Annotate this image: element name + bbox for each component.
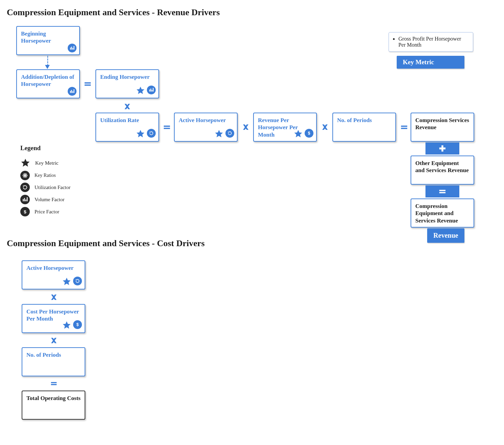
atom-icon <box>20 171 30 180</box>
multiply-icon <box>49 336 58 345</box>
box-ending-hp: Ending Horsepower <box>95 69 159 98</box>
box-beginning-hp: Beginning Horsepower <box>16 26 80 55</box>
legend-label: Key Ratios <box>35 173 56 178</box>
box-add-depl-hp: Addition/Depletion of Horsepower <box>16 69 80 98</box>
star-icon <box>20 158 30 168</box>
box-label: Beginning Horsepower <box>21 30 75 45</box>
refresh-circle-icon <box>20 183 30 192</box>
multiply-icon <box>241 123 250 132</box>
legend-title: Legend <box>20 144 41 152</box>
box-label: No. of Periods <box>26 351 81 358</box>
box-label: Total Operating Costs <box>26 395 81 402</box>
dollar-icon <box>73 320 82 329</box>
cost-title: Compression Equipment and Services - Cos… <box>7 238 205 249</box>
equals-icon <box>425 185 459 197</box>
callout-item: Gross Profit Per Horsepower Per Month <box>398 36 468 48</box>
equals-icon <box>49 380 58 387</box>
box-label: Active Horsepower <box>179 117 233 124</box>
box-label: Ending Horsepower <box>100 73 154 80</box>
box-label: Addition/Depletion of Horsepower <box>21 73 75 88</box>
box-periods: No. of Periods <box>332 113 396 142</box>
box-label: Active Horsepower <box>26 264 81 272</box>
legend-label: Utilization Factor <box>35 185 70 190</box>
box-total-rev: Compression Equipment and Services Reven… <box>411 198 474 228</box>
key-metric-pill: Key Metric <box>397 56 464 69</box>
multiply-icon <box>123 102 132 111</box>
dollar-icon <box>305 129 313 138</box>
bar-chart-icon <box>20 195 30 204</box>
box-c-cost-per-hp: Cost Per Horsepower Per Month <box>22 304 85 333</box>
box-other-rev: Other Equipment and Services Revenue <box>411 156 474 185</box>
star-icon <box>135 129 146 139</box>
legend-label: Key Metric <box>35 160 59 166</box>
box-label: Compression Equipment and Services Reven… <box>415 203 469 224</box>
star-icon <box>293 129 303 139</box>
plus-icon <box>425 142 459 155</box>
bar-chart-icon <box>147 86 156 94</box>
star-icon <box>62 277 72 287</box>
box-c-total: Total Operating Costs <box>22 391 85 420</box>
box-comp-serv-rev: Compression Services Revenue <box>411 113 474 142</box>
legend-key-metric: Key Metric <box>20 158 59 168</box>
box-util-rate: Utilization Rate <box>95 113 159 142</box>
box-label: No. of Periods <box>337 117 391 124</box>
legend-key-ratios: Key Ratios <box>20 171 56 180</box>
multiply-icon <box>321 123 329 132</box>
star-icon <box>62 320 72 330</box>
callout-key-metric: Gross Profit Per Horsepower Per Month <box>389 32 473 52</box>
legend-label: Volume Factor <box>35 197 64 203</box>
equals-icon <box>400 123 409 131</box>
revenue-title: Compression Equipment and Services - Rev… <box>7 7 220 18</box>
arrowhead-icon <box>45 65 50 69</box>
box-label: Other Equipment and Services Revenue <box>415 160 469 174</box>
equals-icon <box>83 80 92 88</box>
star-icon <box>135 86 146 96</box>
box-c-periods: No. of Periods <box>22 347 85 376</box>
box-c-active-hp: Active Horsepower <box>22 260 85 289</box>
legend-price-factor: Price Factor <box>20 207 59 216</box>
star-icon <box>214 129 224 139</box>
box-label: Compression Services Revenue <box>415 117 469 131</box>
arrow-down <box>47 56 48 66</box>
equals-icon <box>162 123 171 131</box>
revenue-pill: Revenue <box>427 228 464 243</box>
dollar-icon <box>20 207 30 216</box>
box-rev-per-hp: Revenue Per Horsepower Per Month <box>253 113 317 142</box>
multiply-icon <box>49 293 58 302</box>
bar-chart-icon <box>68 87 76 96</box>
bar-chart-icon <box>68 44 76 52</box>
refresh-circle-icon <box>73 277 82 285</box>
legend-vol-factor: Volume Factor <box>20 195 64 204</box>
box-active-hp: Active Horsepower <box>174 113 238 142</box>
refresh-circle-icon <box>147 129 156 138</box>
legend-label: Price Factor <box>35 209 59 215</box>
legend-util-factor: Utilization Factor <box>20 183 70 192</box>
refresh-circle-icon <box>225 129 234 138</box>
box-label: Utilization Rate <box>100 117 154 124</box>
